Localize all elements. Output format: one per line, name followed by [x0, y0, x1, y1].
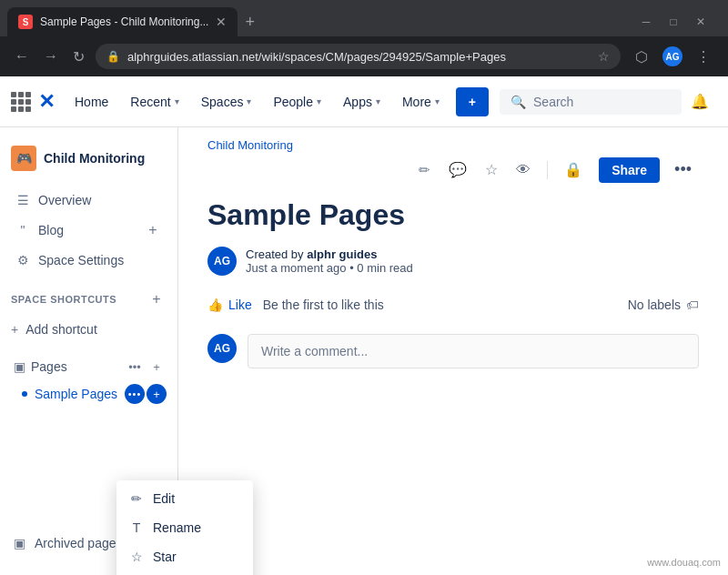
nav-spaces[interactable]: Spaces ▾: [192, 89, 261, 115]
address-bar: ← → ↻ 🔒 alphrguides.atlassian.net/wiki/s…: [0, 36, 728, 76]
extensions-button[interactable]: ⬡: [628, 43, 655, 70]
no-labels-text: No labels: [628, 298, 681, 312]
breadcrumb[interactable]: Child Monitoring: [178, 127, 728, 156]
context-menu-rename[interactable]: T Rename: [116, 513, 253, 542]
refresh-button[interactable]: ↻: [69, 45, 88, 69]
url-text: alphrguides.atlassian.net/wiki/spaces/CM…: [127, 50, 591, 64]
overview-icon: ☰: [15, 192, 31, 208]
nav-recent-label: Recent: [130, 95, 170, 109]
lock-icon: 🔒: [106, 50, 120, 63]
context-menu-get-link[interactable]: 🔗 Get link: [116, 571, 253, 575]
sidebar-item-overview[interactable]: ☰ Overview: [4, 187, 174, 214]
space-icon: 🎮: [11, 146, 36, 171]
sidebar-space-settings-label: Space Settings: [38, 253, 124, 267]
tab-bar: S Sample Pages - Child Monitoring... ✕ +…: [0, 0, 728, 36]
context-menu-edit[interactable]: ✏ Edit: [116, 484, 253, 513]
sidebar-space[interactable]: 🎮 Child Monitoring: [0, 138, 177, 178]
star-icon: ☆: [129, 550, 144, 564]
pages-icon: ▣: [11, 358, 27, 375]
search-icon: 🔍: [511, 95, 526, 109]
help-button[interactable]: ?: [718, 87, 728, 116]
toolbar-divider: [547, 161, 548, 179]
tab-favicon: S: [18, 15, 33, 29]
rename-icon: T: [129, 520, 144, 535]
recent-chevron-icon: ▾: [175, 96, 179, 106]
add-blog-button[interactable]: +: [143, 220, 163, 240]
restrict-toolbar-button[interactable]: 🔒: [559, 156, 588, 184]
nav-people[interactable]: People ▾: [264, 89, 330, 115]
nav-recent[interactable]: Recent ▾: [121, 89, 187, 115]
pages-section: ▣ Pages ••• + Sample Pages ••• +: [0, 353, 177, 408]
shortcut-label: SPACE SHORTCUTS: [11, 294, 147, 305]
nav-more[interactable]: More ▾: [393, 89, 449, 115]
space-name: Child Monitoring: [44, 151, 145, 166]
tab-close-button[interactable]: ✕: [216, 15, 227, 29]
tab-title: Sample Pages - Child Monitoring...: [40, 15, 208, 28]
nav-apps[interactable]: Apps ▾: [334, 89, 389, 115]
blog-icon: ": [15, 222, 31, 238]
sidebar-page-item[interactable]: Sample Pages ••• +: [0, 380, 177, 408]
star-url-icon[interactable]: ☆: [598, 49, 610, 64]
pages-more-button[interactable]: •••: [125, 357, 145, 377]
new-tab-button[interactable]: +: [241, 9, 258, 35]
pages-label: Pages: [31, 359, 121, 374]
like-label: Like: [228, 298, 252, 312]
back-button[interactable]: ←: [11, 45, 33, 68]
like-button[interactable]: 👍 Like: [207, 298, 252, 312]
nav-home[interactable]: Home: [66, 89, 117, 115]
page-item-label: Sample Pages: [35, 387, 117, 401]
context-menu-star[interactable]: ☆ Star: [116, 542, 253, 571]
comment-section: AG Write a comment...: [178, 327, 728, 376]
sidebar-item-blog[interactable]: " Blog +: [4, 215, 174, 246]
share-button[interactable]: Share: [599, 157, 660, 183]
edit-toolbar-button[interactable]: ✏: [413, 156, 436, 184]
meta-time: Just a moment ago • 0 min read: [246, 261, 413, 275]
more-options-button[interactable]: •••: [667, 156, 699, 183]
sidebar-overview-label: Overview: [38, 193, 91, 207]
nav-spaces-label: Spaces: [201, 95, 244, 109]
profile-icon-button[interactable]: AG: [659, 43, 686, 70]
page-title: Sample Pages: [178, 191, 728, 239]
archived-icon: ▣: [11, 535, 27, 551]
atlassian-logo[interactable]: ✕: [38, 90, 55, 114]
context-star-label: Star: [153, 550, 177, 564]
comment-input[interactable]: Write a comment...: [248, 334, 699, 368]
create-plus-icon: +: [469, 95, 476, 109]
search-placeholder: Search: [533, 95, 573, 109]
first-like-text: Be the first to like this: [263, 298, 384, 312]
create-button[interactable]: +: [456, 87, 489, 116]
labels-area: No labels 🏷: [628, 298, 699, 312]
pages-header: ▣ Pages ••• +: [0, 353, 177, 380]
search-box[interactable]: 🔍 Search: [500, 89, 682, 115]
forward-button[interactable]: →: [40, 45, 62, 68]
window-controls: ─ □ ✕: [633, 9, 721, 35]
more-chevron-icon: ▾: [435, 96, 440, 106]
settings-sidebar-icon: ⚙: [15, 252, 31, 268]
notifications-button[interactable]: 🔔: [685, 87, 714, 116]
watch-toolbar-button[interactable]: 👁: [511, 156, 536, 184]
browser-menu-button[interactable]: ⋮: [690, 43, 717, 70]
grid-icon[interactable]: [11, 92, 31, 112]
page-context-menu-button[interactable]: •••: [125, 384, 145, 404]
active-tab[interactable]: S Sample Pages - Child Monitoring... ✕: [7, 7, 238, 36]
add-shortcut-item[interactable]: + Add shortcut: [0, 317, 177, 342]
url-bar[interactable]: 🔒 alphrguides.atlassian.net/wiki/spaces/…: [96, 44, 621, 69]
minimize-button[interactable]: ─: [633, 9, 659, 35]
star-toolbar-button[interactable]: ☆: [480, 156, 503, 184]
edit-icon: ✏: [129, 491, 144, 506]
spaces-chevron-icon: ▾: [247, 96, 251, 106]
add-page-button[interactable]: +: [147, 357, 167, 377]
close-button[interactable]: ✕: [688, 9, 713, 35]
comment-toolbar-button[interactable]: 💬: [443, 156, 472, 184]
context-menu: ✏ Edit T Rename ☆ Star 🔗 Get link ⧉ Copy…: [116, 480, 253, 575]
browser-right-icons: ⬡ AG ⋮: [628, 43, 717, 70]
tag-icon: 🏷: [686, 298, 699, 312]
author-name: Created by alphr guides: [246, 247, 413, 261]
maximize-button[interactable]: □: [661, 9, 686, 35]
browser-profile: AG: [662, 46, 682, 66]
add-subpage-button[interactable]: +: [147, 384, 167, 404]
sidebar-item-space-settings[interactable]: ⚙ Space Settings: [4, 247, 174, 274]
nav-people-label: People: [273, 95, 313, 109]
page-actions: ••• +: [125, 384, 167, 404]
add-shortcut-icon-button[interactable]: +: [147, 289, 167, 309]
